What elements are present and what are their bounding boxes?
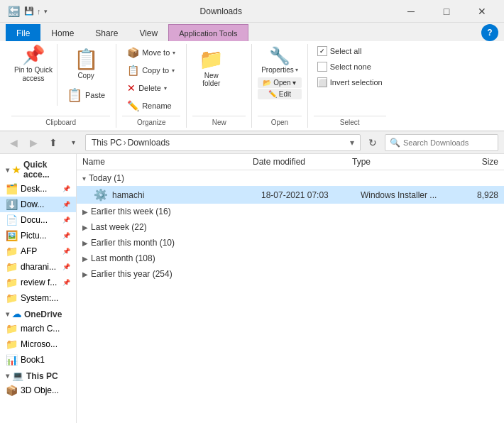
sidebar-item-book1[interactable]: 📊 Book1 [0, 352, 76, 368]
book1-icon: 📊 [6, 354, 18, 366]
rename-button[interactable]: ✏️ Rename [122, 97, 180, 114]
ribbon-group-clipboard: 📌 Pin to Quick access 📋 Copy 📋 Paste Cli… [6, 44, 116, 128]
quick-access-header[interactable]: ▾ ★ Quick acce... [0, 157, 76, 181]
recent-locations-button[interactable]: ▾ [65, 135, 81, 150]
dharani-icon: 📁 [6, 261, 18, 273]
copy-to-button[interactable]: 📋 Copy to ▾ [122, 62, 180, 79]
sidebar-item-documents[interactable]: 📄 Docu... 📌 [0, 212, 76, 228]
invert-check: ⬜ [317, 77, 327, 87]
hamachi-date: 18-07-2021 07:03 [261, 190, 361, 200]
back-button[interactable]: ◀ [6, 135, 21, 150]
sidebar-pictures-label: Pictu... [21, 231, 47, 241]
group-earlier-week[interactable]: ▶ Earlier this week (16) [77, 204, 504, 219]
edit-button[interactable]: ✏️ Edit [258, 89, 302, 99]
properties-arrow: ▾ [295, 67, 298, 73]
up-button[interactable]: ⬆ [45, 135, 61, 150]
quick-access-toolbar[interactable]: 🔙 [6, 4, 21, 19]
tab-share[interactable]: Share [84, 24, 128, 41]
sidebar-item-downloads[interactable]: ⬇️ Dow... 📌 [0, 197, 76, 212]
invert-selection-button[interactable]: ⬜ Invert selection [314, 75, 386, 89]
sidebar-book1-label: Book1 [21, 355, 45, 365]
tab-view[interactable]: View [128, 24, 168, 41]
sidebar-review-label: review f... [21, 278, 57, 287]
ribbon-tab-right: ? [481, 24, 498, 41]
sidebar-item-3dobj[interactable]: 📦 3D Obje... [0, 383, 76, 398]
last-week-label: Last week (22) [91, 222, 147, 232]
path-dropdown-arrow[interactable]: ▾ [350, 138, 354, 148]
properties-button[interactable]: 🔧 Properties ▾ [258, 44, 302, 76]
open-label: Open [258, 116, 302, 128]
last-month-label: Last month (108) [91, 253, 155, 263]
paste-button[interactable]: 📋 Paste [62, 84, 110, 106]
tab-file[interactable]: File [6, 24, 40, 41]
select-group: ✓ Select all Select none ⬜ Invert select… [314, 44, 386, 89]
select-all-button[interactable]: ✓ Select all [314, 44, 386, 58]
window-controls: ─ □ ✕ [395, 0, 498, 23]
onedrive-header[interactable]: ▾ ☁ OneDrive [0, 306, 76, 321]
onedrive-icon: ☁ [12, 309, 21, 319]
pin-to-quick-access-button[interactable]: 📌 Pin to Quick access [11, 44, 55, 83]
sidebar-item-microsoft[interactable]: 📁 Microso... [0, 336, 76, 352]
last-week-chevron: ▶ [82, 224, 88, 231]
col-date-header[interactable]: Date modified [253, 157, 352, 167]
search-input[interactable] [403, 138, 493, 147]
new-folder-button[interactable]: 📁 New folder [192, 44, 230, 91]
select-none-button[interactable]: Select none [314, 60, 386, 74]
sidebar-item-system[interactable]: 📁 System:... [0, 290, 76, 306]
sidebar-item-afp[interactable]: 📁 AFP 📌 [0, 243, 76, 259]
close-button[interactable]: ✕ [466, 0, 498, 23]
review-pin: 📌 [62, 279, 70, 286]
forward-button[interactable]: ▶ [26, 135, 41, 150]
earlier-year-chevron: ▶ [82, 270, 88, 278]
earlier-month-chevron: ▶ [82, 239, 88, 247]
move-to-arrow: ▾ [172, 50, 175, 56]
col-size-header[interactable]: Size [444, 157, 498, 167]
group-earlier-year[interactable]: ▶ Earlier this year (254) [77, 266, 504, 282]
delete-button[interactable]: ✕ Delete ▾ [122, 79, 180, 97]
tab-home[interactable]: Home [40, 24, 84, 41]
col-type-header[interactable]: Type [352, 157, 444, 167]
open-button[interactable]: 📂 Open ▾ [258, 77, 302, 88]
hamachi-icon: ⚙️ [94, 188, 108, 202]
maximize-button[interactable]: □ [430, 0, 463, 23]
refresh-button[interactable]: ↻ [365, 135, 380, 150]
sidebar-item-march[interactable]: 📁 march C... [0, 321, 76, 336]
col-name-header[interactable]: Name [82, 157, 253, 167]
sidebar-desktop-label: Desk... [21, 184, 47, 194]
hamachi-type: Windows Installer ... [361, 190, 453, 200]
clipboard-btns: 📋 Copy 📋 Paste [57, 44, 110, 106]
hamachi-size: 8,928 [453, 190, 498, 200]
organize-col: 📦 Move to ▾ 📋 Copy to ▾ ✕ Delete ▾ ✏️ Re… [122, 44, 180, 114]
afp-pin: 📌 [62, 248, 70, 255]
select-label: Select [314, 116, 386, 128]
sidebar-march-label: march C... [21, 324, 60, 334]
ribbon-group-select: ✓ Select all Select none ⬜ Invert select… [308, 44, 392, 128]
copy-button[interactable]: 📋 Copy [62, 44, 110, 83]
file-hamachi[interactable]: ⚙️ hamachi 18-07-2021 07:03 Windows Inst… [77, 186, 504, 204]
open-content: 🔧 Properties ▾ 📂 Open ▾ ✏️ Edit [258, 44, 302, 114]
address-path[interactable]: This PC › Downloads ▾ [85, 134, 361, 151]
sidebar-item-pictures[interactable]: 🖼️ Pictu... 📌 [0, 228, 76, 243]
minimize-button[interactable]: ─ [395, 0, 427, 23]
sidebar-item-review[interactable]: 📁 review f... 📌 [0, 275, 76, 290]
help-button[interactable]: ? [481, 24, 498, 41]
earlier-year-label: Earlier this year (254) [91, 269, 172, 279]
search-box[interactable]: 🔍 [385, 134, 498, 151]
path-downloads: Downloads [128, 138, 170, 148]
documents-pin: 📌 [62, 216, 70, 224]
group-earlier-month[interactable]: ▶ Earlier this month (10) [77, 235, 504, 251]
pin-label: Pin to Quick access [11, 66, 55, 83]
title-bar: 🔙 💾 ↑ ▾ Downloads ─ □ ✕ [0, 0, 504, 23]
group-today[interactable]: ▾ Today (1) [77, 170, 504, 186]
thispc-icon: 💻 [12, 370, 23, 381]
move-to-button[interactable]: 📦 Move to ▾ [122, 44, 180, 61]
group-last-week[interactable]: ▶ Last week (22) [77, 219, 504, 235]
quick-access-label: Quick acce... [23, 160, 70, 180]
quick-access-chevron: ▾ [6, 166, 9, 174]
new-folder-icon: 📁 [199, 48, 224, 71]
sidebar-item-dharani[interactable]: 📁 dharani... 📌 [0, 259, 76, 275]
group-last-month[interactable]: ▶ Last month (108) [77, 251, 504, 266]
earlier-month-label: Earlier this month (10) [91, 238, 175, 248]
sidebar-item-desktop[interactable]: 🗂️ Desk... 📌 [0, 181, 76, 197]
thispc-header[interactable]: ▾ 💻 This PC [0, 368, 76, 383]
